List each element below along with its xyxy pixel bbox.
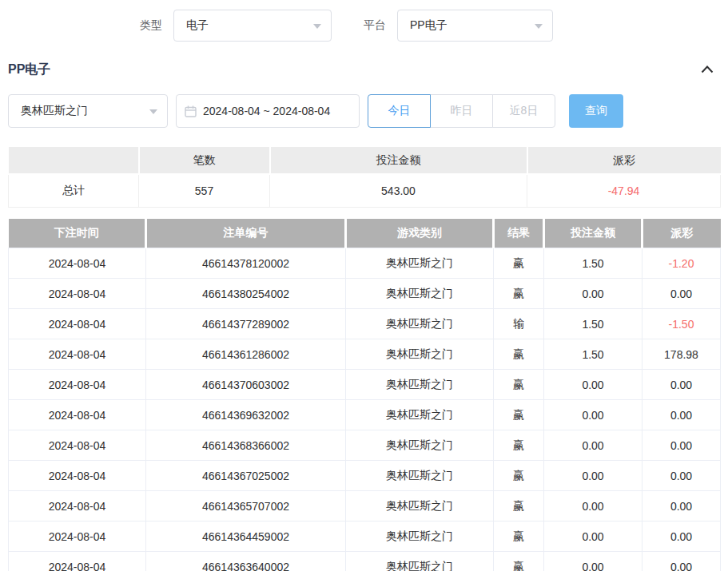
cell-payout: 0.00 bbox=[642, 430, 721, 461]
cell-payout: 0.00 bbox=[642, 461, 721, 491]
cell-game: 奥林匹斯之门 bbox=[346, 461, 494, 491]
summary-table: 笔数 投注金额 派彩 总计 557 543.00 -47.94 bbox=[8, 147, 721, 208]
game-select[interactable]: 奥林匹斯之门 bbox=[8, 94, 168, 128]
cell-id: 46614370603002 bbox=[146, 370, 346, 400]
cell-amount: 0.00 bbox=[544, 370, 642, 400]
table-row: 2024-08-0446614369632002奥林匹斯之门赢0.000.00 bbox=[9, 400, 721, 430]
cell-payout: -1.20 bbox=[642, 248, 721, 279]
platform-filter: 平台 PP电子 bbox=[364, 10, 553, 42]
cell-id: 46614364459002 bbox=[146, 521, 346, 552]
cell-id: 46614365707002 bbox=[146, 491, 346, 521]
summary-count-value: 557 bbox=[139, 174, 270, 207]
cell-date: 2024-08-04 bbox=[9, 339, 146, 370]
summary-header-bet-amount: 投注金额 bbox=[270, 147, 527, 174]
cell-game: 奥林匹斯之门 bbox=[346, 400, 494, 430]
table-row: 2024-08-0446614367025002奥林匹斯之门赢0.000.00 bbox=[9, 461, 721, 491]
table-row: 2024-08-0446614380254002奥林匹斯之门赢0.000.00 bbox=[9, 279, 721, 309]
cell-game: 奥林匹斯之门 bbox=[346, 521, 494, 552]
today-button[interactable]: 今日 bbox=[368, 94, 431, 128]
table-row: 2024-08-0446614370603002奥林匹斯之门赢0.000.00 bbox=[9, 370, 721, 400]
quick-date-button-group: 今日 昨日 近8日 bbox=[368, 94, 555, 128]
top-filter-bar: 类型 电子 平台 PP电子 bbox=[140, 0, 720, 45]
header-game-category: 游戏类别 bbox=[346, 219, 494, 248]
last8days-button[interactable]: 近8日 bbox=[492, 94, 555, 128]
cell-payout: 0.00 bbox=[642, 552, 721, 571]
cell-amount: 0.00 bbox=[544, 461, 642, 491]
platform-select[interactable]: PP电子 bbox=[397, 10, 553, 42]
summary-payout-value: -47.94 bbox=[527, 174, 721, 207]
cell-id: 46614361286002 bbox=[146, 339, 346, 370]
collapse-section-button[interactable] bbox=[701, 65, 714, 73]
cell-date: 2024-08-04 bbox=[9, 370, 146, 400]
cell-result: 赢 bbox=[494, 521, 544, 552]
table-row: 2024-08-0446614378120002奥林匹斯之门赢1.50-1.20 bbox=[9, 248, 721, 279]
chevron-down-icon bbox=[149, 109, 157, 114]
cell-date: 2024-08-04 bbox=[9, 552, 146, 571]
table-row: 2024-08-0446614361286002奥林匹斯之门赢1.50178.9… bbox=[9, 339, 721, 370]
cell-id: 46614380254002 bbox=[146, 279, 346, 309]
platform-select-value: PP电子 bbox=[410, 18, 448, 33]
summary-header-payout: 派彩 bbox=[527, 147, 721, 174]
cell-payout: 0.00 bbox=[642, 400, 721, 430]
cell-payout: 0.00 bbox=[642, 491, 721, 521]
date-range-input[interactable]: 2024-08-04 ~ 2024-08-04 bbox=[176, 94, 360, 128]
cell-date: 2024-08-04 bbox=[9, 491, 146, 521]
cell-amount: 1.50 bbox=[544, 309, 642, 339]
date-range-value: 2024-08-04 ~ 2024-08-04 bbox=[203, 105, 330, 117]
search-button[interactable]: 查询 bbox=[569, 94, 623, 128]
cell-amount: 0.00 bbox=[544, 430, 642, 461]
yesterday-button[interactable]: 昨日 bbox=[430, 94, 493, 128]
cell-id: 46614363640002 bbox=[146, 552, 346, 571]
type-select[interactable]: 电子 bbox=[173, 10, 332, 42]
cell-date: 2024-08-04 bbox=[9, 521, 146, 552]
header-payout: 派彩 bbox=[642, 219, 721, 248]
game-select-value: 奥林匹斯之门 bbox=[21, 104, 88, 118]
cell-id: 46614369632002 bbox=[146, 400, 346, 430]
cell-payout: 0.00 bbox=[642, 370, 721, 400]
table-row: 2024-08-0446614377289002奥林匹斯之门输1.50-1.50 bbox=[9, 309, 721, 339]
cell-game: 奥林匹斯之门 bbox=[346, 491, 494, 521]
cell-result: 赢 bbox=[494, 370, 544, 400]
cell-game: 奥林匹斯之门 bbox=[346, 370, 494, 400]
cell-date: 2024-08-04 bbox=[9, 400, 146, 430]
table-row: 2024-08-0446614364459002奥林匹斯之门赢0.000.00 bbox=[9, 521, 721, 552]
header-result: 结果 bbox=[494, 219, 544, 248]
table-row: 2024-08-0446614365707002奥林匹斯之门赢0.000.00 bbox=[9, 491, 721, 521]
cell-result: 赢 bbox=[494, 400, 544, 430]
cell-result: 赢 bbox=[494, 461, 544, 491]
table-row: 2024-08-0446614368366002奥林匹斯之门赢0.000.00 bbox=[9, 430, 721, 461]
cell-date: 2024-08-04 bbox=[9, 279, 146, 309]
cell-amount: 0.00 bbox=[544, 279, 642, 309]
chevron-up-icon bbox=[701, 65, 714, 73]
calendar-icon bbox=[185, 105, 197, 117]
cell-game: 奥林匹斯之门 bbox=[346, 552, 494, 571]
cell-date: 2024-08-04 bbox=[9, 461, 146, 491]
cell-payout: -1.50 bbox=[642, 309, 721, 339]
section-header: PP电子 bbox=[8, 61, 720, 78]
cell-amount: 1.50 bbox=[544, 339, 642, 370]
cell-payout: 0.00 bbox=[642, 521, 721, 552]
cell-game: 奥林匹斯之门 bbox=[346, 430, 494, 461]
page-title: PP电子 bbox=[8, 61, 50, 78]
cell-result: 赢 bbox=[494, 279, 544, 309]
cell-result: 赢 bbox=[494, 552, 544, 571]
header-bet-amount: 投注金额 bbox=[544, 219, 642, 248]
cell-payout: 178.98 bbox=[642, 339, 721, 370]
cell-result: 赢 bbox=[494, 491, 544, 521]
summary-header-count: 笔数 bbox=[139, 147, 270, 174]
records-header-row: 下注时间 注单编号 游戏类别 结果 投注金额 派彩 bbox=[9, 219, 721, 248]
cell-result: 赢 bbox=[494, 339, 544, 370]
summary-bet-amount-value: 543.00 bbox=[270, 174, 527, 207]
page: 类型 电子 平台 PP电子 PP电子 奥林匹斯之门 bbox=[0, 0, 728, 571]
cell-game: 奥林匹斯之门 bbox=[346, 309, 494, 339]
platform-label: 平台 bbox=[364, 18, 386, 33]
chevron-down-icon bbox=[313, 24, 321, 29]
table-row: 2024-08-0446614363640002奥林匹斯之门赢0.000.00 bbox=[9, 552, 721, 571]
cell-amount: 0.00 bbox=[544, 521, 642, 552]
cell-game: 奥林匹斯之门 bbox=[346, 279, 494, 309]
chevron-down-icon bbox=[535, 24, 543, 29]
summary-total-row: 总计 557 543.00 -47.94 bbox=[9, 174, 721, 207]
bet-records-table: 下注时间 注单编号 游戏类别 结果 投注金额 派彩 2024-08-044661… bbox=[8, 219, 721, 571]
cell-payout: 0.00 bbox=[642, 279, 721, 309]
cell-result: 输 bbox=[494, 309, 544, 339]
